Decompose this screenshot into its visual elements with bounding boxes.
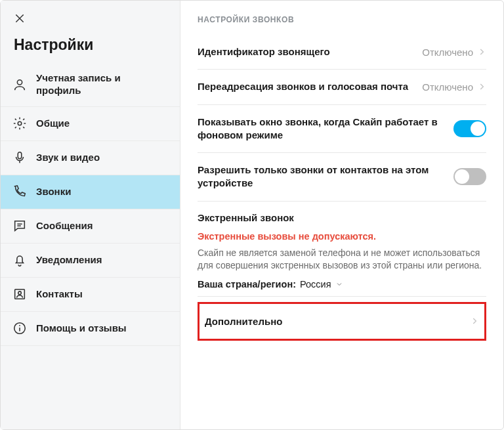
sidebar-item-notifications[interactable]: Уведомления xyxy=(1,244,180,278)
sidebar-item-contacts[interactable]: Контакты xyxy=(1,278,180,312)
sidebar-title: Настройки xyxy=(14,36,167,54)
country-label: Ваша страна/регион: xyxy=(198,279,296,290)
country-selector[interactable]: Ваша страна/регион: Россия xyxy=(198,279,486,297)
section-title: НАСТРОЙКИ ЗВОНКОВ xyxy=(198,15,486,24)
main-content: НАСТРОЙКИ ЗВОНКОВ Идентификатор звонящег… xyxy=(180,1,503,429)
sidebar-item-audio-video[interactable]: Звук и видео xyxy=(1,141,180,175)
sidebar-items: Учетная запись и профиль Общие Звук и ви… xyxy=(1,63,180,346)
chevron-down-icon xyxy=(335,280,343,288)
toggle-knob xyxy=(455,169,469,184)
setting-value: Отключено xyxy=(422,81,486,93)
setting-advanced[interactable]: Дополнительно xyxy=(198,302,486,341)
chevron-right-icon xyxy=(477,47,486,56)
toggle-knob xyxy=(471,121,485,136)
emergency-block: Экстренный звонок Экстренные вызовы не д… xyxy=(198,202,486,297)
sidebar-item-label: Уведомления xyxy=(36,254,102,267)
chevron-right-icon xyxy=(470,316,479,326)
svg-point-11 xyxy=(19,325,20,326)
info-icon xyxy=(12,321,27,335)
sidebar-item-general[interactable]: Общие xyxy=(1,107,180,141)
sidebar-item-label: Учетная запись и профиль xyxy=(36,72,168,97)
setting-value: Отключено xyxy=(422,47,486,58)
emergency-note: Скайп не является заменой телефона и не … xyxy=(198,247,486,272)
bell-icon xyxy=(12,253,27,267)
svg-point-8 xyxy=(18,291,22,295)
setting-caller-id[interactable]: Идентификатор звонящего Отключено xyxy=(198,35,486,70)
chevron-right-icon xyxy=(477,82,486,91)
sidebar-item-account[interactable]: Учетная запись и профиль xyxy=(1,63,180,107)
sidebar-item-help[interactable]: Помощь и отзывы xyxy=(1,312,180,346)
sidebar-item-calling[interactable]: Звонки xyxy=(1,175,180,209)
sidebar-item-label: Звук и видео xyxy=(36,152,100,164)
sidebar-item-label: Контакты xyxy=(36,288,83,301)
close-icon[interactable] xyxy=(14,12,26,24)
toggle-contacts-only[interactable] xyxy=(453,168,486,185)
setting-contacts-only: Разрешить только звонки от контактов на … xyxy=(198,153,486,202)
contacts-icon xyxy=(12,287,27,301)
sidebar-item-label: Сообщения xyxy=(36,220,93,232)
gear-icon xyxy=(12,116,27,131)
sidebar-item-label: Помощь и отзывы xyxy=(36,322,127,335)
setting-forwarding[interactable]: Переадресация звонков и голосовая почта … xyxy=(198,70,486,104)
sidebar-header: Настройки xyxy=(1,1,180,63)
setting-label: Показывать окно звонка, когда Скайп рабо… xyxy=(198,116,443,142)
microphone-icon xyxy=(12,150,27,165)
advanced-label: Дополнительно xyxy=(205,316,282,327)
svg-point-3 xyxy=(18,121,22,125)
setting-label: Переадресация звонков и голосовая почта xyxy=(198,80,411,93)
svg-point-2 xyxy=(17,79,22,84)
setting-show-window: Показывать окно звонка, когда Скайп рабо… xyxy=(198,105,486,154)
country-value: Россия xyxy=(300,279,331,290)
setting-label: Идентификатор звонящего xyxy=(198,45,411,58)
svg-rect-4 xyxy=(18,152,22,159)
emergency-title: Экстренный звонок xyxy=(198,212,486,223)
value-text: Отключено xyxy=(422,47,473,58)
sidebar-item-messaging[interactable]: Сообщения xyxy=(1,209,180,244)
person-icon xyxy=(12,77,27,92)
emergency-warning: Экстренные вызовы не допускаются. xyxy=(198,231,486,242)
message-icon xyxy=(12,219,27,233)
sidebar-item-label: Общие xyxy=(36,118,70,130)
sidebar: Настройки Учетная запись и профиль Общие… xyxy=(1,1,180,429)
settings-window: Настройки Учетная запись и профиль Общие… xyxy=(0,0,504,430)
toggle-show-window[interactable] xyxy=(453,120,486,137)
setting-label: Разрешить только звонки от контактов на … xyxy=(198,163,443,190)
phone-icon xyxy=(12,184,27,199)
sidebar-item-label: Звонки xyxy=(36,186,71,198)
value-text: Отключено xyxy=(422,81,473,93)
